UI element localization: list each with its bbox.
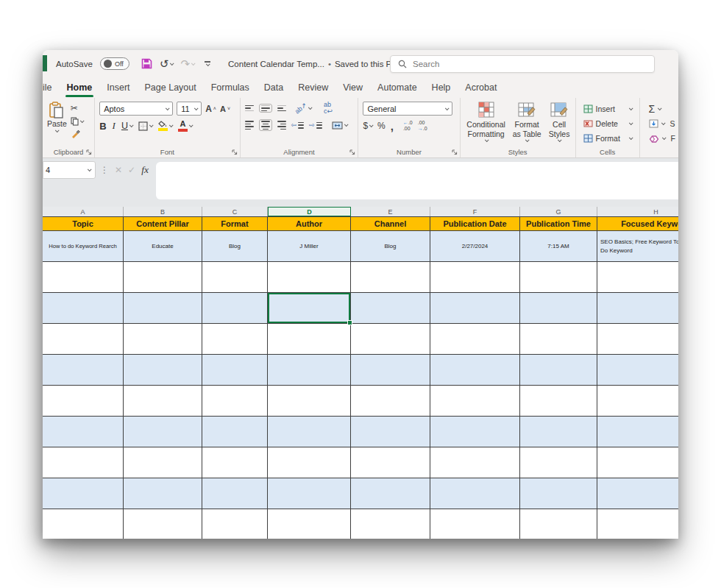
column-letter-F[interactable]: F	[430, 207, 520, 216]
document-title[interactable]: Content Calendar Temp... • Saved to this…	[228, 60, 405, 68]
font-name-select[interactable]: Aptos	[99, 102, 173, 116]
cell-B10[interactable]	[124, 478, 202, 509]
undo-dropdown-icon[interactable]	[170, 61, 174, 65]
font-size-select[interactable]: 11	[177, 102, 202, 116]
cell-B9[interactable]	[124, 447, 202, 478]
search-input[interactable]	[413, 60, 647, 68]
name-box-dropdown-icon[interactable]	[88, 167, 92, 171]
cell-G5[interactable]	[520, 324, 597, 354]
insert-cells-button[interactable]: Insert	[583, 102, 636, 116]
cell-B3[interactable]	[124, 262, 202, 292]
wrap-text-icon[interactable]: abc↩	[324, 102, 333, 115]
header-cell-focused-keyword[interactable]: Focused Keyword	[597, 217, 678, 230]
cell-B8[interactable]	[124, 417, 202, 447]
cell-A6[interactable]	[43, 355, 124, 385]
cell-C7[interactable]	[202, 386, 268, 416]
cell-D6[interactable]	[268, 355, 351, 385]
column-letter-B[interactable]: B	[124, 207, 202, 216]
cell-H4[interactable]	[597, 293, 678, 323]
cell-B2[interactable]: Educate	[124, 231, 202, 261]
cell-H3[interactable]	[597, 262, 678, 292]
cell-C10[interactable]	[202, 478, 268, 509]
column-letter-G[interactable]: G	[520, 207, 597, 216]
customize-quick-access-icon[interactable]	[205, 61, 210, 65]
cell-C9[interactable]	[202, 447, 268, 478]
cell-H6[interactable]	[597, 355, 678, 385]
cell-styles-button[interactable]: Cell Styles	[547, 102, 572, 146]
header-cell-channel[interactable]: Channel	[351, 217, 430, 230]
cell-E10[interactable]	[351, 478, 430, 509]
cell-H8[interactable]	[597, 417, 678, 447]
cell-C3[interactable]	[202, 262, 268, 292]
cell-F3[interactable]	[430, 262, 520, 292]
fill-color-icon[interactable]	[158, 121, 172, 131]
cell-H2[interactable]: SEO Basics; Free Keyword Tools; How To D…	[597, 231, 678, 261]
header-cell-topic[interactable]: Topic	[43, 217, 124, 230]
align-right-icon[interactable]	[277, 121, 286, 130]
cell-G9[interactable]	[520, 447, 597, 478]
cell-C11[interactable]	[202, 509, 268, 539]
font-dialog-launcher-icon[interactable]	[232, 149, 238, 155]
paste-dropdown-icon[interactable]	[55, 128, 60, 132]
middle-align-icon[interactable]	[259, 104, 272, 113]
autosum-button[interactable]: Σ	[649, 102, 675, 116]
cell-E8[interactable]	[351, 417, 430, 447]
formula-input[interactable]	[156, 162, 678, 199]
top-align-icon[interactable]	[245, 105, 254, 112]
format-painter-icon[interactable]	[71, 130, 83, 138]
cell-E6[interactable]	[351, 355, 430, 385]
align-left-icon[interactable]	[245, 121, 254, 130]
cell-B6[interactable]	[124, 355, 202, 385]
cell-F9[interactable]	[430, 447, 520, 478]
ribbon-tab-acrobat[interactable]: Acrobat	[458, 79, 504, 96]
cell-A10[interactable]	[43, 478, 124, 509]
redo-button[interactable]: ↷	[180, 58, 194, 69]
cell-D5[interactable]	[268, 324, 351, 354]
merge-center-icon[interactable]	[332, 121, 347, 130]
cell-H9[interactable]	[597, 447, 678, 478]
cell-B4[interactable]	[124, 293, 202, 323]
cut-icon[interactable]: ✂	[71, 103, 83, 113]
bottom-align-icon[interactable]	[277, 105, 286, 112]
saved-status[interactable]: Saved to this PC	[335, 60, 398, 68]
cell-A8[interactable]	[43, 417, 124, 447]
ribbon-tab-automate[interactable]: Automate	[370, 79, 425, 96]
format-cells-button[interactable]: Format	[583, 131, 636, 146]
cell-D9[interactable]	[268, 447, 351, 478]
cell-D3[interactable]	[268, 262, 351, 292]
decrease-decimal-icon[interactable]: .00→.0	[418, 120, 427, 132]
cell-F6[interactable]	[430, 355, 520, 385]
cell-H5[interactable]	[597, 324, 678, 354]
cell-E4[interactable]	[351, 293, 430, 323]
decrease-font-size-icon[interactable]: A˅	[220, 105, 230, 113]
delete-cells-button[interactable]: Delete	[583, 116, 636, 131]
cell-C8[interactable]	[202, 417, 268, 447]
cell-A7[interactable]	[43, 386, 124, 416]
cell-A11[interactable]	[43, 509, 124, 539]
cell-G3[interactable]	[520, 262, 597, 292]
ribbon-tab-home[interactable]: Home	[60, 79, 100, 96]
align-center-icon[interactable]	[259, 119, 272, 131]
header-cell-content-pillar[interactable]: Content Pillar	[124, 217, 202, 230]
name-box[interactable]: 4	[43, 161, 96, 179]
cell-H10[interactable]	[597, 478, 678, 509]
cell-A9[interactable]	[43, 447, 124, 478]
alignment-dialog-launcher-icon[interactable]	[349, 149, 355, 155]
enter-icon[interactable]: ✓	[128, 165, 135, 175]
cell-G6[interactable]	[520, 355, 597, 385]
cell-H11[interactable]	[597, 509, 678, 539]
bold-icon[interactable]: B	[99, 121, 106, 132]
cell-G10[interactable]	[520, 478, 597, 509]
cell-F7[interactable]	[430, 386, 520, 416]
column-letter-H[interactable]: H	[597, 207, 678, 216]
cell-E11[interactable]	[351, 509, 430, 539]
column-letter-C[interactable]: C	[202, 207, 268, 216]
cell-A3[interactable]	[43, 262, 124, 292]
format-as-table-button[interactable]: Format as Table	[511, 102, 544, 146]
cell-C2[interactable]: Blog	[202, 231, 268, 261]
cell-F4[interactable]	[430, 293, 520, 323]
cell-E9[interactable]	[351, 447, 430, 478]
cell-H7[interactable]	[597, 386, 678, 416]
cancel-icon[interactable]: ✕	[115, 165, 122, 175]
clipboard-dialog-launcher-icon[interactable]	[86, 149, 92, 155]
